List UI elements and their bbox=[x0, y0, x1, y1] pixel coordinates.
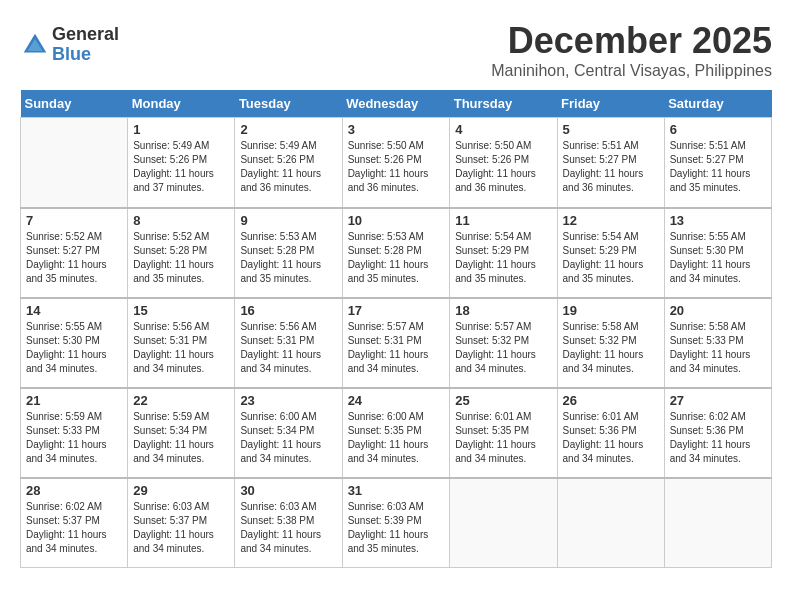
day-info: Sunrise: 6:01 AM Sunset: 5:36 PM Dayligh… bbox=[563, 410, 659, 466]
calendar-week-row: 1Sunrise: 5:49 AM Sunset: 5:26 PM Daylig… bbox=[21, 118, 772, 208]
day-info: Sunrise: 5:51 AM Sunset: 5:27 PM Dayligh… bbox=[563, 139, 659, 195]
day-number: 25 bbox=[455, 393, 551, 408]
day-info: Sunrise: 5:56 AM Sunset: 5:31 PM Dayligh… bbox=[133, 320, 229, 376]
day-info: Sunrise: 6:02 AM Sunset: 5:37 PM Dayligh… bbox=[26, 500, 122, 556]
calendar-week-row: 21Sunrise: 5:59 AM Sunset: 5:33 PM Dayli… bbox=[21, 388, 772, 478]
day-number: 9 bbox=[240, 213, 336, 228]
calendar-week-row: 14Sunrise: 5:55 AM Sunset: 5:30 PM Dayli… bbox=[21, 298, 772, 388]
calendar-cell bbox=[450, 478, 557, 568]
day-number: 13 bbox=[670, 213, 766, 228]
calendar-header-friday: Friday bbox=[557, 90, 664, 118]
calendar-cell: 13Sunrise: 5:55 AM Sunset: 5:30 PM Dayli… bbox=[664, 208, 771, 298]
calendar-cell: 28Sunrise: 6:02 AM Sunset: 5:37 PM Dayli… bbox=[21, 478, 128, 568]
day-info: Sunrise: 5:55 AM Sunset: 5:30 PM Dayligh… bbox=[670, 230, 766, 286]
calendar-cell: 25Sunrise: 6:01 AM Sunset: 5:35 PM Dayli… bbox=[450, 388, 557, 478]
calendar-week-row: 7Sunrise: 5:52 AM Sunset: 5:27 PM Daylig… bbox=[21, 208, 772, 298]
calendar-header-sunday: Sunday bbox=[21, 90, 128, 118]
calendar-cell: 5Sunrise: 5:51 AM Sunset: 5:27 PM Daylig… bbox=[557, 118, 664, 208]
calendar-cell: 1Sunrise: 5:49 AM Sunset: 5:26 PM Daylig… bbox=[128, 118, 235, 208]
day-info: Sunrise: 6:01 AM Sunset: 5:35 PM Dayligh… bbox=[455, 410, 551, 466]
calendar-cell: 17Sunrise: 5:57 AM Sunset: 5:31 PM Dayli… bbox=[342, 298, 450, 388]
calendar-cell: 20Sunrise: 5:58 AM Sunset: 5:33 PM Dayli… bbox=[664, 298, 771, 388]
location-title: Maninihon, Central Visayas, Philippines bbox=[491, 62, 772, 80]
calendar-cell: 6Sunrise: 5:51 AM Sunset: 5:27 PM Daylig… bbox=[664, 118, 771, 208]
calendar-cell: 21Sunrise: 5:59 AM Sunset: 5:33 PM Dayli… bbox=[21, 388, 128, 478]
calendar-cell: 26Sunrise: 6:01 AM Sunset: 5:36 PM Dayli… bbox=[557, 388, 664, 478]
day-number: 29 bbox=[133, 483, 229, 498]
logo-text: General Blue bbox=[52, 25, 119, 65]
calendar-cell: 12Sunrise: 5:54 AM Sunset: 5:29 PM Dayli… bbox=[557, 208, 664, 298]
day-info: Sunrise: 6:03 AM Sunset: 5:39 PM Dayligh… bbox=[348, 500, 445, 556]
calendar-cell: 7Sunrise: 5:52 AM Sunset: 5:27 PM Daylig… bbox=[21, 208, 128, 298]
day-info: Sunrise: 5:59 AM Sunset: 5:34 PM Dayligh… bbox=[133, 410, 229, 466]
day-info: Sunrise: 5:57 AM Sunset: 5:32 PM Dayligh… bbox=[455, 320, 551, 376]
day-info: Sunrise: 6:02 AM Sunset: 5:36 PM Dayligh… bbox=[670, 410, 766, 466]
day-info: Sunrise: 6:00 AM Sunset: 5:34 PM Dayligh… bbox=[240, 410, 336, 466]
page-header: General Blue December 2025 Maninihon, Ce… bbox=[20, 20, 772, 80]
day-info: Sunrise: 5:52 AM Sunset: 5:28 PM Dayligh… bbox=[133, 230, 229, 286]
day-number: 14 bbox=[26, 303, 122, 318]
calendar-cell: 3Sunrise: 5:50 AM Sunset: 5:26 PM Daylig… bbox=[342, 118, 450, 208]
day-info: Sunrise: 5:50 AM Sunset: 5:26 PM Dayligh… bbox=[455, 139, 551, 195]
calendar-cell: 15Sunrise: 5:56 AM Sunset: 5:31 PM Dayli… bbox=[128, 298, 235, 388]
calendar-cell: 29Sunrise: 6:03 AM Sunset: 5:37 PM Dayli… bbox=[128, 478, 235, 568]
calendar-cell: 2Sunrise: 5:49 AM Sunset: 5:26 PM Daylig… bbox=[235, 118, 342, 208]
day-info: Sunrise: 6:03 AM Sunset: 5:37 PM Dayligh… bbox=[133, 500, 229, 556]
calendar-cell bbox=[21, 118, 128, 208]
title-section: December 2025 Maninihon, Central Visayas… bbox=[491, 20, 772, 80]
day-number: 6 bbox=[670, 122, 766, 137]
calendar-week-row: 28Sunrise: 6:02 AM Sunset: 5:37 PM Dayli… bbox=[21, 478, 772, 568]
calendar-header-row: SundayMondayTuesdayWednesdayThursdayFrid… bbox=[21, 90, 772, 118]
day-info: Sunrise: 6:00 AM Sunset: 5:35 PM Dayligh… bbox=[348, 410, 445, 466]
day-info: Sunrise: 5:49 AM Sunset: 5:26 PM Dayligh… bbox=[133, 139, 229, 195]
calendar-cell: 4Sunrise: 5:50 AM Sunset: 5:26 PM Daylig… bbox=[450, 118, 557, 208]
calendar-cell: 23Sunrise: 6:00 AM Sunset: 5:34 PM Dayli… bbox=[235, 388, 342, 478]
logo-general: General bbox=[52, 25, 119, 45]
calendar-cell: 27Sunrise: 6:02 AM Sunset: 5:36 PM Dayli… bbox=[664, 388, 771, 478]
day-info: Sunrise: 5:57 AM Sunset: 5:31 PM Dayligh… bbox=[348, 320, 445, 376]
calendar-cell: 10Sunrise: 5:53 AM Sunset: 5:28 PM Dayli… bbox=[342, 208, 450, 298]
day-number: 21 bbox=[26, 393, 122, 408]
day-number: 17 bbox=[348, 303, 445, 318]
day-number: 16 bbox=[240, 303, 336, 318]
day-number: 28 bbox=[26, 483, 122, 498]
day-info: Sunrise: 5:49 AM Sunset: 5:26 PM Dayligh… bbox=[240, 139, 336, 195]
day-number: 26 bbox=[563, 393, 659, 408]
day-info: Sunrise: 5:53 AM Sunset: 5:28 PM Dayligh… bbox=[240, 230, 336, 286]
day-number: 2 bbox=[240, 122, 336, 137]
day-info: Sunrise: 5:50 AM Sunset: 5:26 PM Dayligh… bbox=[348, 139, 445, 195]
day-number: 4 bbox=[455, 122, 551, 137]
calendar-header-tuesday: Tuesday bbox=[235, 90, 342, 118]
day-info: Sunrise: 5:58 AM Sunset: 5:33 PM Dayligh… bbox=[670, 320, 766, 376]
day-number: 30 bbox=[240, 483, 336, 498]
calendar-header-wednesday: Wednesday bbox=[342, 90, 450, 118]
calendar-cell: 9Sunrise: 5:53 AM Sunset: 5:28 PM Daylig… bbox=[235, 208, 342, 298]
day-number: 18 bbox=[455, 303, 551, 318]
calendar-header-monday: Monday bbox=[128, 90, 235, 118]
day-number: 1 bbox=[133, 122, 229, 137]
logo-icon bbox=[20, 30, 50, 60]
calendar-header-saturday: Saturday bbox=[664, 90, 771, 118]
day-number: 24 bbox=[348, 393, 445, 408]
day-number: 5 bbox=[563, 122, 659, 137]
calendar-cell: 24Sunrise: 6:00 AM Sunset: 5:35 PM Dayli… bbox=[342, 388, 450, 478]
day-number: 3 bbox=[348, 122, 445, 137]
day-info: Sunrise: 6:03 AM Sunset: 5:38 PM Dayligh… bbox=[240, 500, 336, 556]
month-title: December 2025 bbox=[491, 20, 772, 62]
day-info: Sunrise: 5:55 AM Sunset: 5:30 PM Dayligh… bbox=[26, 320, 122, 376]
calendar-cell: 19Sunrise: 5:58 AM Sunset: 5:32 PM Dayli… bbox=[557, 298, 664, 388]
day-number: 11 bbox=[455, 213, 551, 228]
day-number: 10 bbox=[348, 213, 445, 228]
calendar-cell: 8Sunrise: 5:52 AM Sunset: 5:28 PM Daylig… bbox=[128, 208, 235, 298]
day-number: 31 bbox=[348, 483, 445, 498]
day-number: 23 bbox=[240, 393, 336, 408]
logo-blue: Blue bbox=[52, 45, 119, 65]
calendar-cell: 11Sunrise: 5:54 AM Sunset: 5:29 PM Dayli… bbox=[450, 208, 557, 298]
calendar-cell: 18Sunrise: 5:57 AM Sunset: 5:32 PM Dayli… bbox=[450, 298, 557, 388]
calendar-cell: 16Sunrise: 5:56 AM Sunset: 5:31 PM Dayli… bbox=[235, 298, 342, 388]
day-info: Sunrise: 5:54 AM Sunset: 5:29 PM Dayligh… bbox=[563, 230, 659, 286]
calendar-cell: 31Sunrise: 6:03 AM Sunset: 5:39 PM Dayli… bbox=[342, 478, 450, 568]
logo: General Blue bbox=[20, 25, 119, 65]
calendar-cell bbox=[557, 478, 664, 568]
day-number: 15 bbox=[133, 303, 229, 318]
